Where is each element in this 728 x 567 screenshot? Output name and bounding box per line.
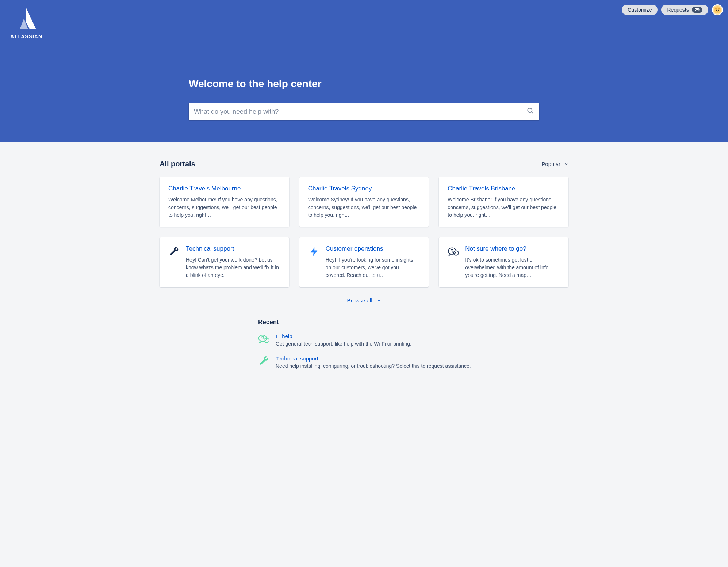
customize-button[interactable]: Customize [622, 5, 658, 15]
top-bar: Customize Requests 29 [0, 0, 728, 20]
portal-card-desc: Welcome Sydney! If you have any question… [308, 196, 420, 219]
portal-card-title: Customer operations [326, 245, 420, 252]
chevron-down-icon [564, 162, 568, 166]
svg-point-9 [262, 340, 263, 340]
search-box [189, 103, 539, 120]
recent-title: Recent [258, 319, 536, 326]
browse-all-button[interactable]: Browse all [347, 297, 381, 304]
recent-list: IT helpGet general tech support, like he… [258, 333, 536, 369]
svg-point-6 [452, 252, 453, 253]
page-title: Welcome to the help center [189, 78, 539, 90]
wrench-green-icon [258, 355, 270, 367]
brand-logo: ATLASSIAN [10, 7, 42, 39]
recent-item-desc: Get general tech support, like help with… [276, 341, 411, 347]
portals-grid: Charlie Travels MelbourneWelcome Melbour… [160, 177, 568, 287]
portal-card[interactable]: Customer operationsHey! If you're lookin… [299, 237, 429, 287]
portal-card-title: Charlie Travels Melbourne [168, 185, 280, 192]
recent-item-title: Technical support [276, 355, 471, 362]
bolt-icon [308, 246, 320, 258]
browse-all-wrap: Browse all [160, 297, 568, 304]
question-green-icon [258, 333, 270, 345]
portals-title: All portals [160, 160, 195, 168]
portal-card-title: Charlie Travels Brisbane [448, 185, 560, 192]
portal-card[interactable]: Technical supportHey! Can't get your wor… [160, 237, 289, 287]
sort-label: Popular [541, 161, 560, 167]
portal-card-title: Not sure where to go? [465, 245, 560, 252]
recent-item[interactable]: Technical supportNeed help installing, c… [258, 355, 536, 369]
requests-count-badge: 29 [692, 7, 702, 13]
portal-card[interactable]: Charlie Travels MelbourneWelcome Melbour… [160, 177, 289, 227]
recent-item-title: IT help [276, 333, 411, 339]
portal-card-desc: Welcome Brisbane! If you have any questi… [448, 196, 560, 219]
svg-point-3 [528, 108, 532, 113]
recent-section: Recent IT helpGet general tech support, … [192, 319, 536, 369]
requests-label: Requests [667, 7, 689, 13]
browse-all-label: Browse all [347, 297, 372, 304]
search-icon [527, 107, 534, 116]
avatar-icon [713, 6, 721, 14]
portal-card-desc: Hey! Can't get your work done? Let us kn… [186, 256, 280, 279]
svg-point-2 [718, 10, 719, 11]
chevron-down-icon [377, 298, 381, 303]
portal-card-title: Charlie Travels Sydney [308, 185, 420, 192]
hero-content: Welcome to the help center [189, 20, 539, 120]
atlassian-logo-icon [14, 7, 39, 32]
portal-card-desc: It's ok to sometimes get lost or overwhe… [465, 256, 560, 279]
recent-item-desc: Need help installing, configuring, or tr… [276, 363, 471, 369]
sort-button[interactable]: Popular [541, 161, 568, 167]
wrench-icon [168, 246, 180, 258]
search-input[interactable] [189, 103, 539, 120]
portals-header: All portals Popular [160, 160, 568, 168]
svg-point-0 [714, 6, 721, 14]
portal-card-desc: Hey! If you're looking for some insights… [326, 256, 420, 279]
hero-banner: Customize Requests 29 ATLASSIAN Welcome … [0, 0, 728, 142]
portal-card[interactable]: Charlie Travels SydneyWelcome Sydney! If… [299, 177, 429, 227]
main-content: All portals Popular Charlie Travels Melb… [145, 142, 583, 400]
portal-card[interactable]: Not sure where to go?It's ok to sometime… [439, 237, 568, 287]
svg-point-1 [716, 10, 717, 11]
portal-card-title: Technical support [186, 245, 280, 252]
customize-label: Customize [628, 7, 652, 13]
portal-card-desc: Welcome Melbourne! If you have any quest… [168, 196, 280, 219]
svg-line-4 [532, 112, 533, 114]
question-icon [448, 246, 459, 258]
portal-card[interactable]: Charlie Travels BrisbaneWelcome Brisbane… [439, 177, 568, 227]
avatar[interactable] [712, 4, 723, 15]
requests-button[interactable]: Requests 29 [661, 5, 708, 15]
recent-item[interactable]: IT helpGet general tech support, like he… [258, 333, 536, 347]
brand-name: ATLASSIAN [10, 34, 42, 39]
